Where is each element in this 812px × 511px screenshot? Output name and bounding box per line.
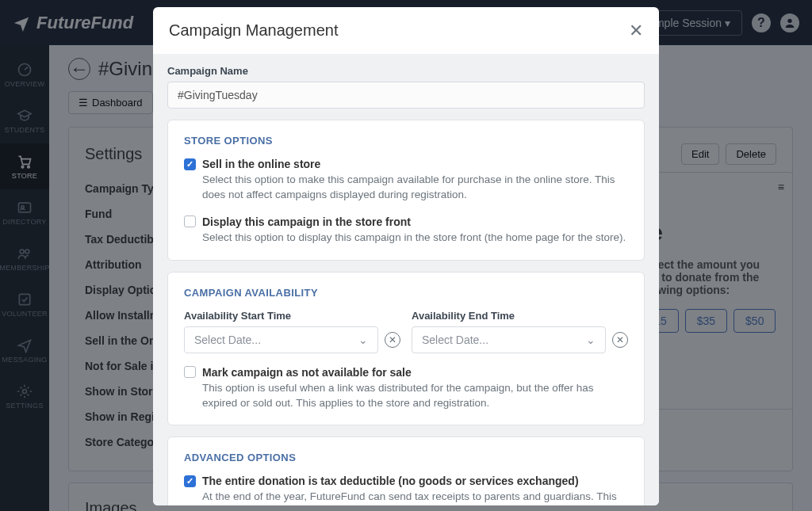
clear-end-icon[interactable]: ✕ [612, 332, 628, 348]
sell-online-label: Sell in the online store [202, 158, 320, 170]
storefront-desc: Select this option to display this campa… [202, 231, 628, 246]
not-available-label: Mark campaign as not available for sale [202, 366, 412, 379]
storefront-label: Display this campaign in the store front [202, 215, 411, 228]
campaign-name-label: Campaign Name [167, 65, 645, 77]
not-available-checkbox[interactable] [184, 366, 196, 378]
advanced-title: ADVANCED OPTIONS [184, 452, 628, 463]
start-date-select[interactable]: Select Date... ⌄ [184, 326, 378, 353]
storefront-checkbox[interactable] [184, 215, 196, 227]
end-time-label: Availability End Time [412, 310, 628, 322]
campaign-management-modal: Campaign Management ✕ Campaign Name STOR… [153, 7, 659, 505]
availability-card: CAMPAIGN AVAILABILITY Availability Start… [167, 272, 645, 426]
tax-deductible-label: The entire donation is tax deductible (n… [202, 475, 579, 487]
tax-deductible-desc: At the end of the year, FutureFund can s… [202, 490, 628, 505]
clear-start-icon[interactable]: ✕ [385, 332, 400, 348]
chevron-down-icon: ⌄ [586, 334, 596, 346]
start-time-label: Availability Start Time [184, 310, 400, 322]
modal-title: Campaign Management [169, 21, 338, 40]
advanced-options-card: ADVANCED OPTIONS The entire donation is … [167, 437, 645, 505]
store-options-title: STORE OPTIONS [184, 135, 628, 147]
end-date-select[interactable]: Select Date... ⌄ [412, 326, 606, 353]
campaign-name-input[interactable] [167, 82, 645, 109]
availability-title: CAMPAIGN AVAILABILITY [184, 287, 628, 299]
close-icon[interactable]: ✕ [629, 22, 643, 40]
chevron-down-icon: ⌄ [358, 334, 368, 346]
not-available-desc: This option is useful when a link was di… [202, 381, 628, 411]
sell-online-checkbox[interactable] [184, 158, 196, 170]
store-options-card: STORE OPTIONS Sell in the online store S… [167, 120, 645, 261]
sell-online-desc: Select this option to make this campaign… [202, 173, 628, 203]
tax-deductible-checkbox[interactable] [184, 475, 196, 487]
